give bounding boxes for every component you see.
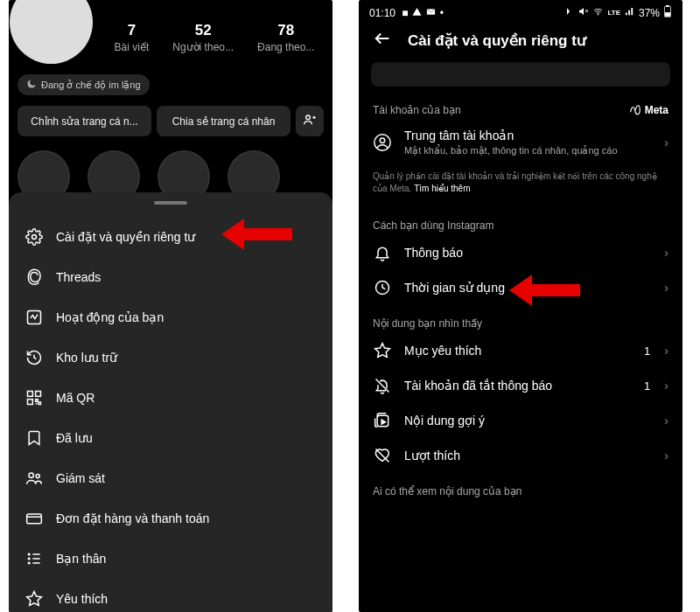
stat-posts[interactable]: 7 Bài viết: [115, 22, 150, 53]
meta-brand-label: Meta: [645, 104, 668, 116]
svg-point-7: [36, 474, 39, 477]
chevron-right-icon: ›: [664, 379, 668, 393]
learn-more-link[interactable]: Tìm hiểu thêm: [414, 184, 470, 193]
archive-icon: [24, 349, 44, 366]
menu-item-label: Threads: [56, 270, 101, 284]
svg-marker-31: [382, 420, 385, 424]
chevron-right-icon: ›: [664, 136, 668, 150]
menu-saved[interactable]: Đã lưu: [9, 418, 332, 458]
svg-point-1: [32, 235, 37, 240]
svg-rect-3: [28, 392, 33, 397]
section-divider: [359, 207, 682, 214]
menu-qr-code[interactable]: Mã QR: [9, 378, 332, 418]
item-label: Lượt thích: [404, 449, 652, 462]
item-label: Tài khoản đã tắt thông báo: [404, 379, 632, 393]
mail-icon: [425, 7, 437, 19]
menu-your-activity[interactable]: Hoạt động của bạn: [9, 297, 332, 337]
drag-handle[interactable]: [154, 201, 187, 205]
gear-icon: [24, 228, 44, 246]
section-title: Tài khoản của bạn: [373, 104, 461, 116]
annotation-arrow: [221, 219, 292, 250]
svg-point-12: [28, 562, 30, 564]
account-info-text: Quản lý phần cài đặt tài khoản và trải n…: [359, 165, 682, 207]
search-field[interactable]: [371, 62, 670, 87]
settings-screen: 01:10 ■ • LTE 37%: [359, 0, 682, 612]
warning-icon: [412, 7, 422, 19]
page-title: Cài đặt và quyền riêng tư: [408, 31, 586, 50]
threads-icon: [24, 268, 44, 286]
stat-followers[interactable]: 52 Người theo...: [172, 22, 234, 53]
chevron-right-icon: ›: [664, 414, 668, 428]
section-title: Nội dung bạn nhìn thấy: [373, 317, 482, 330]
item-account-center[interactable]: Trung tâm tài khoản Mật khẩu, bảo mật, t…: [359, 120, 682, 165]
signal-icon: [624, 7, 635, 19]
chevron-right-icon: ›: [664, 281, 668, 295]
section-divider: [359, 305, 682, 312]
supervision-icon: [24, 469, 44, 487]
list-icon: [24, 550, 44, 567]
silent-mode-label: Đang ở chế độ im lặng: [41, 80, 141, 91]
menu-item-label: Bạn thân: [56, 552, 106, 566]
stat-label: Đang theo...: [257, 41, 314, 53]
silent-mode-chip[interactable]: Đang ở chế độ im lặng: [18, 74, 150, 95]
svg-rect-22: [665, 12, 670, 16]
star-icon: [24, 590, 44, 608]
menu-threads[interactable]: Threads: [9, 257, 332, 297]
item-count: 1: [644, 344, 650, 358]
share-profile-button[interactable]: Chia sẻ trang cá nhân: [157, 106, 290, 136]
status-bar: 01:10 ■ • LTE 37%: [359, 0, 682, 22]
bell-icon: [373, 244, 392, 261]
profile-header: 7 Bài viết 52 Người theo... 78 Đang theo…: [9, 0, 332, 64]
item-label: Trung tâm tài khoản: [404, 129, 652, 143]
status-time: 01:10: [369, 7, 396, 19]
qr-icon: [24, 389, 44, 407]
menu-close-friends[interactable]: Bạn thân: [9, 539, 332, 579]
discover-people-button[interactable]: [296, 106, 324, 136]
edit-profile-button[interactable]: Chỉnh sửa trang cá n...: [18, 106, 151, 136]
wifi-icon: [592, 7, 604, 19]
add-person-icon: [303, 113, 317, 129]
stat-label: Người theo...: [172, 41, 234, 53]
bottom-sheet: Cài đặt và quyền riêng tư Threads Hoạt đ…: [9, 192, 332, 612]
menu-item-label: Đã lưu: [56, 431, 93, 445]
lte-icon: LTE: [607, 9, 620, 17]
menu-favorites[interactable]: Yêu thích: [9, 579, 332, 612]
battery-icon: [663, 5, 672, 20]
svg-marker-28: [375, 344, 390, 358]
item-subtitle: Mật khẩu, bảo mật, thông tin cá nhân, qu…: [404, 144, 652, 156]
item-label: Thông báo: [404, 246, 652, 260]
stat-following[interactable]: 78 Đang theo...: [257, 22, 314, 53]
svg-marker-16: [27, 592, 42, 606]
profile-screen: 7 Bài viết 52 Người theo... 78 Đang theo…: [9, 0, 332, 612]
chevron-right-icon: ›: [664, 449, 668, 462]
menu-archive[interactable]: Kho lưu trữ: [9, 337, 332, 378]
item-likes[interactable]: Lượt thích ›: [359, 438, 682, 473]
reels-icon: [373, 412, 392, 429]
menu-supervision[interactable]: Giám sát: [9, 458, 332, 498]
menu-item-label: Hoạt động của bạn: [56, 310, 164, 324]
svg-point-20: [598, 14, 598, 15]
menu-item-label: Giám sát: [56, 471, 105, 485]
back-button[interactable]: [373, 29, 392, 52]
section-title: Ai có thể xem nội dung của bạn: [373, 485, 522, 497]
item-suggested-content[interactable]: Nội dung gợi ý ›: [359, 403, 682, 438]
section-who-can-see: Ai có thể xem nội dung của bạn: [359, 480, 682, 501]
status-left: 01:10 ■ •: [369, 7, 444, 19]
stat-label: Bài viết: [115, 41, 150, 53]
stat-count: 52: [172, 22, 234, 39]
item-muted-accounts[interactable]: Tài khoản đã tắt thông báo 1 ›: [359, 368, 682, 403]
bookmark-icon: [24, 429, 44, 447]
menu-orders-payments[interactable]: Đơn đặt hàng và thanh toán: [9, 498, 332, 539]
clock-icon: [373, 279, 392, 296]
svg-point-11: [28, 558, 30, 560]
more-icon: •: [440, 7, 444, 19]
meta-logo: Meta: [629, 104, 668, 116]
card-icon: [24, 510, 44, 527]
heart-off-icon: [373, 447, 392, 464]
svg-point-26: [380, 138, 385, 143]
svg-rect-8: [27, 514, 42, 524]
avatar[interactable]: [10, 0, 93, 64]
item-favorites[interactable]: Mục yêu thích 1 ›: [359, 333, 682, 368]
menu-item-label: Yêu thích: [56, 592, 108, 606]
item-notifications[interactable]: Thông báo ›: [359, 235, 682, 270]
